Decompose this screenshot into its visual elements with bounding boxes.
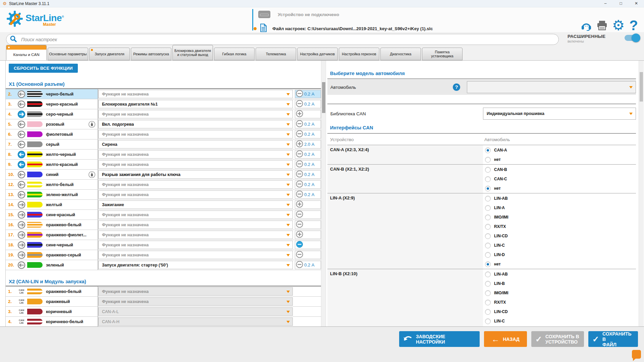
channel-settings-icon[interactable] [88,121,98,128]
load-current-cell[interactable]: 0.2 А [295,90,321,98]
interface-option[interactable]: нет [485,184,636,193]
function-dropdown[interactable]: Зажигание [98,200,293,209]
radio-unselected[interactable] [485,176,491,182]
channel-info-cell[interactable]: 4. серо-черный [6,109,98,119]
channel-info-cell[interactable]: 6. фиолетовый [6,129,98,139]
back-button[interactable]: ←НАЗАД [484,331,527,347]
radio-unselected[interactable] [485,224,491,230]
radio-unselected[interactable] [485,252,491,258]
channel-info-cell[interactable]: 7. серый [6,139,98,149]
channel-info-cell[interactable]: 8. желто-черный [6,149,98,159]
chat-bubble-icon[interactable] [632,350,641,359]
radio-selected[interactable] [485,186,491,191]
radio-unselected[interactable] [485,167,491,173]
channel-settings-icon[interactable] [88,171,98,178]
channel-info-cell[interactable]: 2.CANLINоранжевый [6,297,98,306]
interface-option[interactable]: LIN-C [485,316,636,326]
save-to-file-button[interactable]: ✓СОХРАНИТЬ В ФАЙЛ [588,331,638,347]
x1-channel-row[interactable]: 13. зелено-желтыйФункция не назначена0.2… [6,190,321,200]
can-library-dropdown[interactable]: Индивидуальная прошивка [483,108,636,120]
x1-channel-row[interactable]: 17. оранжево-фиолет...Функция не назначе… [6,230,321,240]
car-help-icon[interactable]: ? [453,83,460,91]
reset-all-functions-button[interactable]: СБРОСИТЬ ВСЕ ФУНКЦИИ [9,64,78,73]
channel-info-cell[interactable]: 20. зеленый [6,260,98,270]
tab[interactable]: Настройка датчиков [297,48,338,60]
function-dropdown[interactable]: Функция не назначена [98,297,293,306]
can-panel-scrollbar-thumb[interactable] [640,72,643,102]
x1-channel-row[interactable]: 20. зеленыйЗапуск двигателя: стартер ('5… [6,260,321,270]
x1-channel-row[interactable]: 18. сине-черныйФункция не назначена [6,240,321,250]
x1-channel-row[interactable]: 15. сине-красныйФункция не назначена [6,210,321,220]
tab[interactable]: Основные параметры [48,48,88,60]
minus-circle-icon[interactable] [296,210,303,219]
load-current-cell[interactable]: 2.0 А [295,140,321,148]
advanced-settings-toggle[interactable] [625,35,639,41]
channel-info-cell[interactable]: 5. розовый [6,119,98,129]
tab[interactable]: Телематика [256,48,296,60]
interface-option[interactable]: LIN-C [485,241,636,250]
function-dropdown[interactable]: Функция не назначена [98,130,293,138]
minus-circle-icon[interactable] [296,190,303,199]
channel-info-cell[interactable]: 3. черно-красный [6,99,98,109]
function-dropdown[interactable]: Функция не назначена [98,110,293,118]
function-dropdown[interactable]: Функция не назначена [98,251,293,259]
radio-unselected[interactable] [485,157,491,163]
maximize-button[interactable]: □ [613,0,629,7]
minus-circle-icon[interactable] [296,261,303,269]
x1-channel-row[interactable]: 6. фиолетовыйФункция не назначена0.2 А [6,129,321,139]
function-dropdown[interactable]: Вкл. подогрева [98,120,293,128]
minimize-button[interactable]: – [598,0,613,7]
radio-unselected[interactable] [485,215,491,220]
function-dropdown[interactable]: Функция не назначена [98,287,293,296]
x2-channel-row[interactable]: 2.CANLINоранжевыйФункция не назначена [6,297,321,307]
radio-unselected[interactable] [485,290,491,296]
x1-channel-row[interactable]: 19. оранжево-серыйФункция не назначена [6,250,321,260]
x1-channel-row[interactable]: 3. черно-красныйБлокировка двигателя №10… [6,99,321,109]
settings-search[interactable] [6,34,559,45]
x2-channel-row[interactable]: 3.CANLINкоричневыйCAN-A-L [6,307,321,317]
radio-unselected[interactable] [485,281,491,287]
load-current-cell[interactable] [295,200,321,209]
save-to-device-button[interactable]: ✓СОХРАНИТЬ В УСТРОЙСТВО [531,331,584,347]
load-current-cell[interactable] [295,241,321,249]
minus-circle-icon[interactable] [296,160,303,169]
factory-settings-button[interactable]: ЗАВОДСКИЕ НАСТРОЙКИ [399,331,480,347]
load-current-cell[interactable]: 0.2 А [295,120,321,128]
plus-circle-icon[interactable] [296,231,303,239]
interface-option[interactable]: LIN-D [485,326,636,327]
plus-circle-icon[interactable] [296,140,303,149]
x1-channel-row[interactable]: 5. розовыйВкл. подогрева0.2 А [6,119,321,129]
channel-info-cell[interactable]: 14. желтый [6,200,98,209]
radio-unselected[interactable] [485,300,491,305]
radio-unselected[interactable] [485,318,491,324]
function-dropdown[interactable]: Функция не назначена [98,221,293,229]
close-button[interactable]: ✕ [629,0,644,7]
function-dropdown[interactable]: Функция не назначена [98,90,293,98]
load-current-cell[interactable]: 0.2 А [295,130,321,138]
x1-channel-row[interactable]: 9. желто-красныйФункция не назначена0.2 … [6,160,321,170]
minus-circle-icon[interactable] [296,120,303,129]
x1-channel-row[interactable]: 14. желтыйЗажигание [6,200,321,210]
minus-circle-icon[interactable] [296,150,303,159]
tab[interactable]: Памятка установщика [422,48,463,60]
support-headset-icon[interactable] [581,20,592,31]
minus-circle-icon[interactable] [296,221,303,229]
x1-channel-row[interactable]: 12. желто-белыйФункция не назначена0.2 А [6,180,321,190]
channel-info-cell[interactable]: 15. сине-красный [6,210,98,220]
interface-option[interactable]: CAN-B [485,165,636,174]
function-dropdown[interactable]: Функция не назначена [98,160,293,169]
car-model-dropdown[interactable] [467,81,636,93]
channel-info-cell[interactable]: 16. оранжево-белый [6,220,98,230]
channel-info-cell[interactable]: 12. желто-белый [6,180,98,189]
radio-selected[interactable] [485,147,491,153]
channel-info-cell[interactable]: 1.CANLINоранжево-белый [6,287,98,296]
function-dropdown[interactable]: CAN-A-H [98,317,293,326]
load-current-cell[interactable]: 0.2 А [295,190,321,199]
channel-info-cell[interactable]: 9. желто-красный [6,160,98,169]
tab[interactable]: Настройка герконов [339,48,379,60]
minus-circle-icon[interactable] [296,251,303,259]
tab[interactable]: Блокировка двигателя и статусный выход [172,45,213,60]
load-current-cell[interactable]: 0.2 А [295,100,321,108]
function-dropdown[interactable]: Функция не назначена [98,190,293,199]
load-current-cell[interactable] [295,251,321,259]
